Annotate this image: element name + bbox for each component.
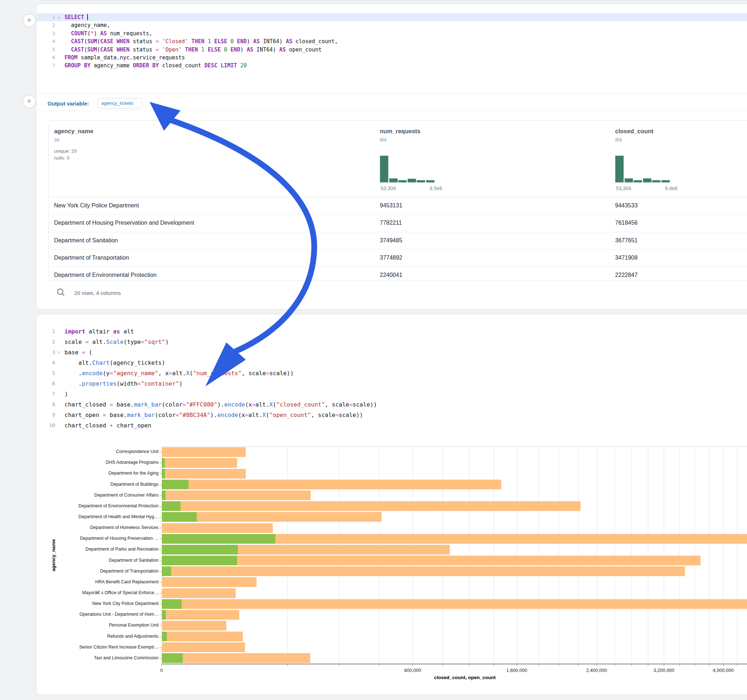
collapse-chevron-icon[interactable]: ∨ — [57, 13, 60, 21]
code-token: , x — [158, 370, 169, 377]
sql-cell-panel: 1∨SELECT 2 agency_name,3 COUNT(*) AS num… — [36, 4, 747, 310]
add-cell-button-top[interactable]: + — [23, 14, 36, 27]
code-token: chart_open — [113, 422, 151, 429]
code-token: = — [175, 412, 179, 418]
table-row[interactable]: Department of Housing Preservation and D… — [48, 214, 747, 232]
code-line[interactable]: 3 COUNT(*) AS num_requests, — [36, 30, 747, 38]
code-token: ORDER BY — [133, 62, 159, 69]
code-token: LIMIT — [221, 62, 237, 69]
column-name: closed_count — [615, 128, 653, 135]
code-token: ( — [97, 47, 100, 53]
table-cell: Department of Housing Preservation and D… — [54, 220, 194, 226]
code-token: (width — [117, 380, 138, 387]
table-cell: 9453131 — [380, 202, 402, 209]
code-text: alt.Chart(agency_tickets) — [65, 358, 165, 368]
code-text: import altair as alt — [65, 326, 134, 337]
code-token: CASE — [100, 47, 113, 53]
column-stat: nulls: 0 — [54, 155, 93, 161]
code-token: AS — [253, 38, 260, 45]
code-line[interactable]: 5 CAST(SUM(CASE WHEN status = 'Open' THE… — [36, 46, 747, 54]
code-token: ( — [273, 401, 277, 408]
add-cell-button-middle[interactable]: + — [23, 95, 36, 108]
histogram-bar — [380, 155, 389, 183]
histogram-bar — [615, 155, 624, 183]
code-token: X — [262, 412, 266, 418]
column-type: i64 — [615, 137, 653, 143]
column-header[interactable]: closed_counti64 — [615, 128, 653, 143]
code-line[interactable]: 6 .properties(width="container") — [36, 379, 747, 389]
code-line[interactable]: 9chart_open = base.mark_bar(color="#8BC3… — [36, 410, 747, 420]
code-token: base. — [106, 412, 127, 418]
histogram-bar — [408, 179, 416, 183]
table-row[interactable]: Department of Transportation377489234719… — [48, 249, 747, 267]
sql-editor[interactable]: 1∨SELECT 2 agency_name,3 COUNT(*) AS num… — [36, 13, 747, 93]
code-token: AS — [279, 47, 286, 53]
code-token: END — [231, 47, 240, 53]
code-line[interactable]: 1∨SELECT — [36, 13, 747, 21]
code-token: = — [110, 370, 113, 377]
code-token — [217, 62, 221, 69]
code-token: mark_bar — [127, 412, 154, 418]
code-token: * — [91, 30, 94, 37]
table-row[interactable]: Department of Environmental Protection22… — [48, 267, 747, 281]
code-token: status — [130, 38, 156, 45]
line-number: 3 — [36, 30, 55, 38]
code-token: scale — [65, 338, 85, 345]
column-header[interactable]: agency_namestrunique: 20nulls: 0 — [54, 128, 93, 161]
collapse-chevron-icon[interactable]: ∨ — [57, 347, 60, 358]
code-line[interactable]: 7GROUP BY agency_name ORDER BY closed_co… — [36, 62, 747, 69]
column-header[interactable]: num_requestsi64 — [380, 128, 420, 143]
code-token: properties — [82, 380, 116, 387]
code-line[interactable]: 10chart_closed + chart_open — [36, 420, 747, 431]
code-line[interactable]: 8chart_closed = base.mark_bar(color="#FF… — [36, 399, 747, 410]
histogram-bar — [398, 180, 407, 183]
code-token: "num_requests" — [193, 370, 242, 377]
code-token — [65, 38, 71, 45]
code-text: agency_name, — [65, 21, 110, 29]
line-number: 3 — [36, 347, 55, 358]
code-token: "container" — [141, 380, 179, 387]
histogram-bar — [661, 180, 670, 183]
code-line[interactable]: 2 agency_name, — [36, 21, 747, 29]
code-line[interactable]: 5 .encode(y="agency_name", x=alt.X("num_… — [36, 368, 747, 379]
histogram-max-label: 9.5e6 — [429, 186, 442, 191]
code-token: ( — [87, 30, 91, 37]
code-token: closed_count — [159, 62, 204, 69]
code-line[interactable]: 2scale = alt.Scale(type="sqrt") — [36, 337, 747, 347]
code-token: ELSE — [207, 47, 221, 53]
table-cell: 3774892 — [380, 255, 402, 261]
code-token: alt. — [249, 412, 263, 418]
search-icon[interactable] — [56, 288, 66, 297]
code-line[interactable]: 1import altair as alt — [36, 326, 747, 337]
code-line[interactable]: 3∨base = ( — [36, 347, 747, 358]
histogram-bar — [417, 180, 425, 183]
code-token: ) — [247, 38, 253, 45]
code-line[interactable]: 7) — [36, 389, 747, 399]
code-line[interactable]: 4 CAST(SUM(CASE WHEN status = 'Closed' T… — [36, 38, 747, 45]
table-row[interactable]: New York City Police Department945313194… — [48, 197, 747, 214]
code-token: (y — [103, 370, 110, 377]
column-type: i64 — [380, 137, 420, 143]
code-token: encode — [217, 412, 238, 418]
line-number: 6 — [36, 379, 55, 389]
column-type: str — [54, 137, 93, 143]
code-token: num_requests, — [107, 30, 152, 37]
code-line[interactable]: 6FROM sample_data.nyc.service_requests — [36, 54, 747, 62]
code-token: . — [65, 370, 82, 377]
output-variable-badge[interactable]: agency_tickets — [97, 98, 142, 109]
code-token: SUM — [87, 47, 97, 53]
code-token: (color — [154, 412, 175, 418]
code-line[interactable]: 4 alt.Chart(agency_tickets) — [36, 358, 747, 368]
python-editor[interactable]: 1import altair as alt2scale = alt.Scale(… — [36, 326, 747, 433]
code-token: ). — [210, 412, 217, 418]
code-token: chart_closed — [65, 422, 110, 429]
code-token: 'Open' — [162, 47, 181, 53]
line-number: 8 — [36, 399, 55, 410]
code-token: agency_name, — [65, 22, 110, 29]
code-token: = — [169, 370, 172, 377]
code-token — [221, 47, 224, 53]
code-text: chart_closed + chart_open — [65, 420, 151, 431]
table-row[interactable]: Department of Sanitation37494853677651 — [48, 232, 747, 249]
code-token: X — [186, 370, 189, 377]
code-text: chart_closed = base.mark_bar(color="#FFC… — [65, 399, 377, 410]
